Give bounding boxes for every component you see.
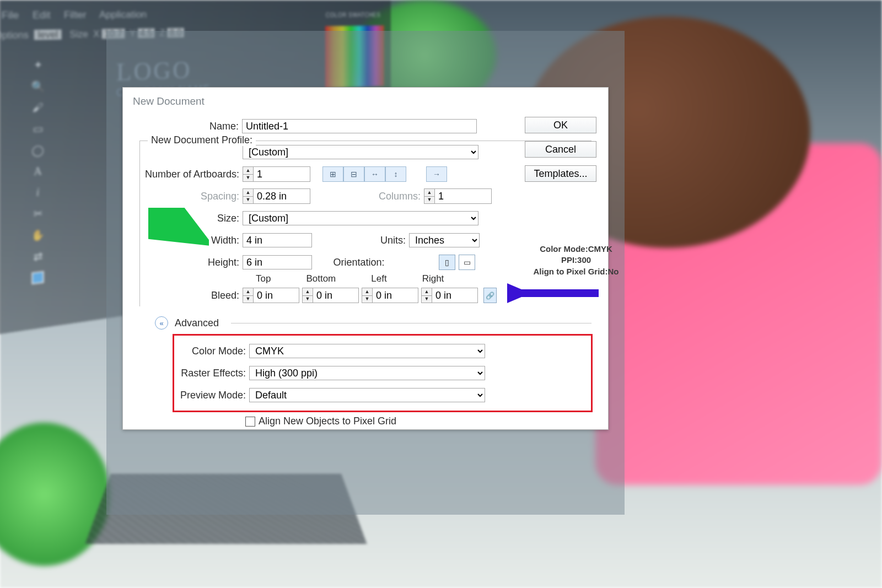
info-icon: i — [36, 186, 40, 199]
height-label: Height: — [140, 257, 243, 268]
align-pixel-grid-label: Align New Objects to Pixel Grid — [259, 416, 396, 427]
height-input[interactable] — [243, 255, 312, 269]
name-input[interactable] — [242, 119, 477, 133]
shape-icon: ▭ — [33, 122, 43, 136]
artboards-stepper[interactable]: ▲▼ — [243, 166, 310, 182]
bleed-top-stepper[interactable]: ▲▼ — [243, 288, 299, 303]
row-icon[interactable]: ↔ — [364, 166, 385, 182]
width-input[interactable] — [243, 233, 312, 247]
bleed-top-label: Top — [256, 273, 271, 284]
col-icon[interactable]: ↕ — [385, 166, 406, 182]
artboard-arrangement-icons: ⊞ ⊟ ↔ ↕ → — [322, 166, 447, 182]
swap-icon: ⇄ — [33, 250, 42, 264]
raster-label: Raster Effects: — [174, 368, 249, 379]
advanced-label: Advanced — [175, 317, 219, 329]
bleed-left-label: Left — [371, 273, 386, 284]
bleed-left-stepper[interactable]: ▲▼ — [362, 288, 418, 303]
size-label: Size: — [140, 213, 243, 224]
document-info-readout: Color Mode:CMYK PPI:300 Align to Pixel G… — [524, 244, 628, 277]
orientation-portrait-icon[interactable]: ▯ — [439, 255, 455, 270]
highlight-box: Color Mode: CMYK Raster Effects: High (3… — [173, 334, 593, 412]
bleed-right-label: Right — [422, 273, 444, 284]
templates-button[interactable]: Templates... — [525, 165, 596, 182]
menu-filter[interactable]: Filter — [64, 9, 87, 32]
type-icon: A — [34, 165, 42, 179]
colormode-select[interactable]: CMYK — [249, 344, 485, 358]
bleed-bottom-stepper[interactable]: ▲▼ — [302, 288, 359, 303]
orientation-landscape-icon[interactable]: ▭ — [459, 255, 475, 270]
menu-edit[interactable]: Edit — [33, 9, 51, 32]
hand-icon: ✋ — [31, 228, 45, 242]
left-toolbar: ✦🔍🖌 ▭◯A i✂ ✋⇄ — [28, 58, 48, 285]
menu-file[interactable]: File — [2, 9, 19, 33]
crop-icon: ✂ — [33, 207, 42, 220]
preview-select[interactable]: Default — [249, 388, 485, 402]
bleed-right-stepper[interactable]: ▲▼ — [421, 288, 478, 303]
dialog-title: New Document — [123, 88, 608, 113]
advanced-toggle-icon[interactable]: « — [155, 316, 168, 330]
cancel-button[interactable]: Cancel — [525, 141, 596, 158]
profile-label: New Document Profile: — [148, 134, 256, 146]
columns-stepper[interactable]: ▲▼ — [424, 188, 492, 204]
magnify-icon: 🔍 — [31, 80, 45, 94]
spacing-stepper[interactable]: ▲▼ — [243, 188, 310, 204]
swatches-header: COLOR SWATCHES — [326, 11, 380, 19]
artboards-label: Number of Artboards: — [140, 169, 243, 180]
profile-select[interactable]: [Custom] — [243, 145, 478, 159]
bleed-bottom-label: Bottom — [306, 273, 336, 284]
orientation-label: Orientation: — [312, 257, 409, 268]
size-select[interactable]: [Custom] — [243, 211, 478, 225]
raster-select[interactable]: High (300 ppi) — [249, 366, 485, 380]
colormode-label: Color Mode: — [174, 346, 249, 357]
checkbox-icon — [245, 417, 255, 427]
units-select[interactable]: Inches — [409, 233, 480, 247]
preview-label: Preview Mode: — [174, 390, 249, 401]
bleed-label: Bleed: — [140, 290, 243, 301]
spacing-label: Spacing: — [140, 191, 243, 202]
width-label: Width: — [140, 235, 243, 246]
grid-by-row-icon[interactable]: ⊞ — [322, 166, 343, 182]
columns-label: Columns: — [310, 191, 424, 202]
ellipse-icon: ◯ — [31, 143, 44, 157]
align-pixel-grid-checkbox[interactable]: Align New Objects to Pixel Grid — [245, 416, 396, 427]
grid-by-col-icon[interactable]: ⊟ — [343, 166, 364, 182]
brush-icon: 🖌 — [32, 101, 43, 115]
units-label: Units: — [312, 235, 409, 246]
ok-button[interactable]: OK — [525, 117, 596, 133]
move-tool-icon: ✦ — [33, 58, 42, 72]
direction-icon[interactable]: → — [426, 166, 447, 182]
bleed-link-icon[interactable]: 🔗 — [483, 288, 497, 303]
name-label: Name: — [139, 121, 242, 132]
